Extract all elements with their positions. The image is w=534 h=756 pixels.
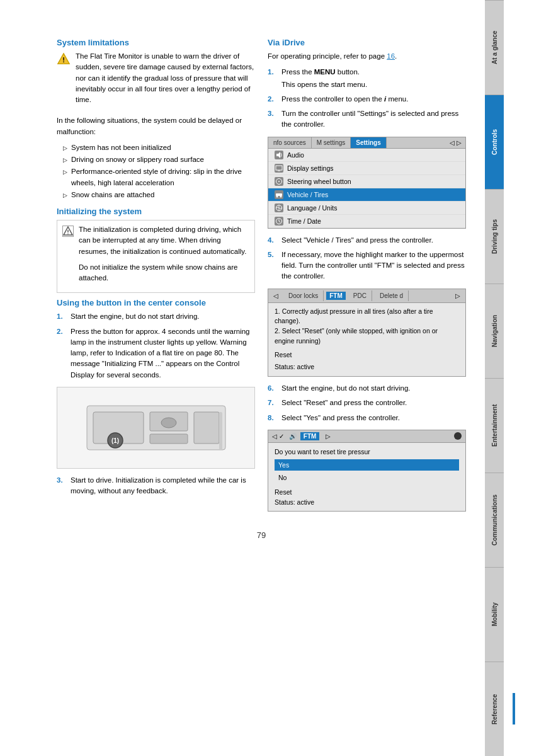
car-image: (1) [57,387,255,469]
initializing-title: Initializing the system [57,207,255,216]
system-limitations-section: System limitations ! The Flat Tire Monit… [57,38,255,200]
page-container: System limitations ! The Flat Tire Monit… [0,0,534,756]
menu-item-display: Display settings [268,162,465,175]
ftm-no-option: No [275,472,459,483]
svg-rect-8 [150,434,188,444]
sidebar-tab-mobility[interactable]: Mobility [485,567,504,662]
settings-menu-screenshot: nfo sources M settings Settings ◁ ▷ Audi… [268,137,466,229]
sidebar-tab-controls[interactable]: Controls [485,94,504,189]
idrive-steps-1-3: 1. Press the MENU button. This opens the… [268,67,466,130]
menu-header: nfo sources M settings Settings ◁ ▷ [268,137,465,149]
ftm-dialog-body: Do you want to reset tire pressur Yes No… [268,443,465,511]
system-limitations-bullets: System has not been initialized Driving … [57,142,255,200]
reset-button-label: Reset [275,350,292,360]
ftm-menu-screenshot: ◁ Door locks FTM PDC Delete d ▷ 1. Corre… [268,289,466,377]
step-1: 1. Start the engine, but do not start dr… [57,311,255,322]
bullet-item: Snow chains are attached [63,190,255,200]
svg-rect-9 [194,412,219,444]
dialog-dot [454,432,462,440]
svg-rect-18 [276,193,282,196]
sidebar-tab-driving-tips[interactable]: Driving tips [485,189,504,284]
time-icon [275,217,283,226]
audio-icon [275,151,283,159]
system-limitations-title: System limitations [57,38,255,47]
idrive-step-1: 1. Press the MENU button. This opens the… [268,67,466,90]
ftm-menu-content: 1. Correctly adjust pressure in all tire… [268,303,465,377]
language-icon [275,203,283,212]
svg-rect-13 [219,412,222,450]
note-icon [62,226,74,237]
page-number: 79 [57,530,466,559]
idrive-steps-4-5: 4. Select "Vehicle / Tires" and press th… [268,235,466,282]
button-section-title: Using the button in the center console [57,298,255,307]
ftm-yes-option: Yes [275,459,459,471]
via-idrive-title: Via iDrive [268,38,466,47]
idrive-step-2: 2. Press the controller to open the i me… [268,94,466,105]
step-2: 2. Press the button for approx. 4 second… [57,326,255,381]
sidebar-tab-at-a-glance[interactable]: At a glance [485,0,504,94]
idrive-steps-6-8: 6. Start the engine, but do not start dr… [268,383,466,423]
svg-point-19 [276,195,278,197]
initializing-section: Initializing the system The initializati… [57,207,255,496]
warning-block: ! The Flat Tire Monitor is unable to war… [57,51,255,110]
idrive-step-7: 7. Select "Reset" and press the controll… [268,398,466,408]
svg-point-4 [67,233,69,234]
ftm-dialog-tag: FTM [300,432,320,440]
left-column: System limitations ! The Flat Tire Monit… [57,38,255,518]
idrive-step-5: 5. If necessary, move the highlight mark… [268,249,466,282]
warning-icon: ! [57,52,71,66]
bullet-item: Driving on snowy or slippery road surfac… [63,154,255,165]
idrive-intro: For operating principle, refer to page 1… [268,51,466,62]
two-column-layout: System limitations ! The Flat Tire Monit… [57,38,466,518]
svg-line-25 [279,221,280,222]
menu-item-time: Time / Date [268,215,465,228]
warning-text: The Flat Tire Monitor is unable to warn … [76,51,255,105]
steering-icon [275,177,283,186]
note-block: The initialization is completed during d… [57,220,255,293]
menu-items: Audio Display settings [268,149,465,228]
svg-point-20 [280,195,282,197]
svg-rect-14 [276,166,282,170]
menu-item-audio: Audio [268,149,465,162]
menu-item-language: Language / Units [268,202,465,215]
sidebar-tab-navigation[interactable]: Navigation [485,284,504,378]
page-link[interactable]: 16 [387,52,395,60]
button-section: Using the button in the center console 1… [57,298,255,496]
svg-text:!: ! [62,56,65,64]
svg-text:(1): (1) [111,437,118,444]
button-steps-continued: 3. Start to drive. Initialization is com… [57,475,255,497]
vehicle-icon [275,190,283,199]
svg-point-12 [161,418,176,428]
menu-tab-info: nfo sources [268,137,312,148]
bullet-item: Performance-oriented style of driving: s… [63,166,255,188]
ftm-tag: FTM [326,292,346,300]
idrive-step-8: 8. Select "Yes" and press the controller… [268,413,466,423]
note-text: The initialization is completed during d… [79,224,249,289]
menu-tab-settings: Settings [351,137,386,148]
ftm-status: Status: active [275,498,459,506]
button-steps: 1. Start the engine, but do not start dr… [57,311,255,381]
malfunction-intro: In the following situations, the system … [57,115,255,137]
step-3: 3. Start to drive. Initialization is com… [57,475,255,497]
display-icon [275,164,283,173]
sidebar: At a glance Controls Driving tips Naviga… [485,0,504,756]
sidebar-tab-reference[interactable]: Reference [485,662,504,756]
idrive-step-3: 3. Turn the controller until "Settings" … [268,108,466,130]
page-bar [513,693,515,724]
right-column: Via iDrive For operating principle, refe… [268,38,466,518]
status-active: Status: active [275,362,459,372]
sidebar-tab-entertainment[interactable]: Entertainment [485,378,504,472]
bullet-item: System has not been initialized [63,142,255,153]
via-idrive-section: Via iDrive For operating principle, refe… [268,38,466,512]
ftm-menu-header: ◁ Door locks FTM PDC Delete d ▷ [268,289,465,303]
menu-item-steering: Steering wheel button [268,175,465,188]
ftm-dialog-header: ◁ ✓ 🔊 FTM ▷ [268,430,465,443]
ftm-dialog-screenshot: ◁ ✓ 🔊 FTM ▷ Do you want to reset tire pr… [268,430,466,512]
menu-tab-msettings: M settings [312,137,351,148]
svg-point-17 [278,181,280,182]
main-content: System limitations ! The Flat Tire Monit… [0,0,485,756]
sidebar-tab-communications[interactable]: Communications [485,472,504,567]
idrive-step-6: 6. Start the engine, but do not start dr… [268,383,466,394]
ftm-reset-label: Reset [275,488,459,496]
idrive-step-4: 4. Select "Vehicle / Tires" and press th… [268,235,466,246]
